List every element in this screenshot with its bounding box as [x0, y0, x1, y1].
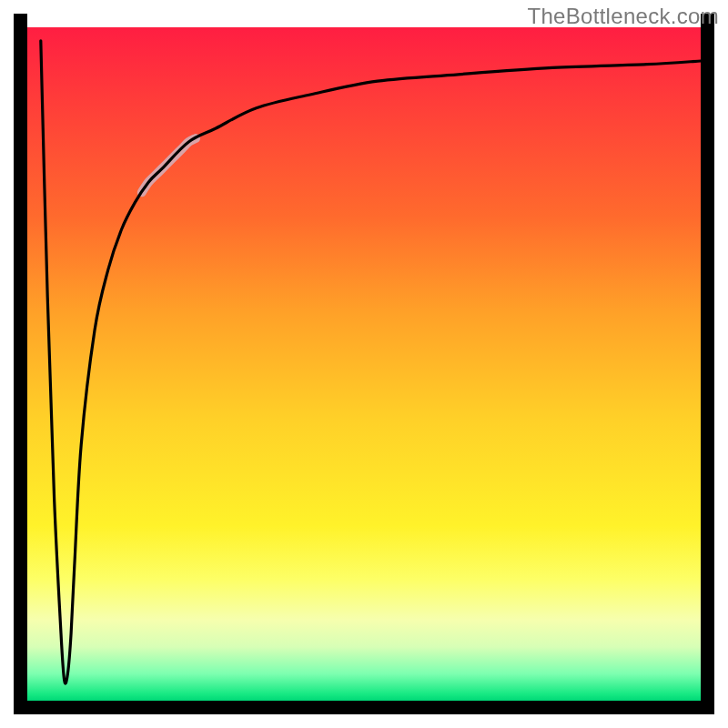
curve-layer [0, 0, 728, 728]
curve-highlight [142, 138, 196, 192]
watermark-text: TheBottleneck.com [527, 4, 719, 29]
chart-stage: TheBottleneck.com [0, 0, 728, 728]
bottleneck-curve [41, 41, 701, 683]
